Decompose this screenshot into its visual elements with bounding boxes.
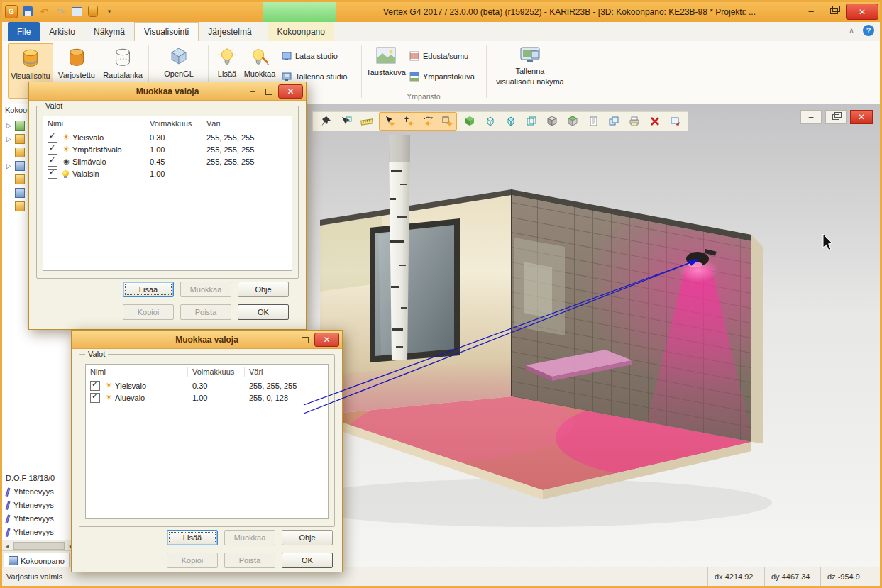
ok-button[interactable]: OK (282, 553, 333, 568)
light-raise-icon[interactable] (399, 113, 418, 130)
background-image-button[interactable]: Taustakuva (365, 43, 407, 99)
thin-cube-icon[interactable] (522, 113, 541, 130)
save-icon[interactable] (21, 5, 34, 18)
save-visualized-view-button[interactable]: Tallenna visualisoitu näkymä (490, 43, 570, 99)
restore-button[interactable] (823, 4, 844, 18)
light-row[interactable]: ✓ ☀ Ympäristövalo 1.00 255, 255, 255 (43, 143, 292, 155)
help-button[interactable]: Ohje (282, 530, 333, 545)
light-row[interactable]: ✓ ☀ Yleisvalo 0.30 255, 255, 255 (86, 379, 328, 392)
checkbox[interactable]: ✓ (48, 133, 57, 143)
help-button[interactable]: Ohje (238, 282, 289, 297)
checkbox[interactable]: ✓ (90, 381, 100, 391)
doc-minimize-button[interactable]: – (800, 110, 822, 124)
light-row[interactable]: ✓ Valaisin 1.00 (43, 167, 292, 179)
panel-tab-kokoonpano[interactable]: Kokoonpano (4, 553, 70, 567)
tab-arkisto[interactable]: Arkisto (40, 22, 84, 41)
dialog-close-button[interactable]: ✕ (314, 333, 339, 347)
add-button[interactable]: Lisää (123, 282, 174, 297)
dialog-titlebar[interactable]: Muokkaa valoja – ✕ (29, 82, 306, 101)
tab-visualisointi[interactable]: Visualisointi (134, 22, 199, 41)
sheet-icon[interactable] (583, 113, 602, 130)
minimize-button[interactable]: – (800, 4, 822, 18)
shaded-cube-icon[interactable] (542, 113, 561, 130)
dialog-maximize-button[interactable] (298, 333, 312, 346)
customize-icon[interactable] (70, 5, 83, 18)
group-label-ymparisto: Ympäristö (363, 92, 485, 101)
expander-icon[interactable]: ▷ (6, 162, 12, 170)
face-cube-icon[interactable] (501, 113, 520, 130)
print-icon[interactable] (624, 113, 644, 130)
tree-item[interactable]: ▷ (6, 120, 25, 131)
tree-item[interactable]: ▷ (6, 133, 25, 145)
select-area-icon[interactable] (336, 113, 355, 130)
constraint-icon: ∥ (4, 486, 11, 497)
close-button[interactable]: ✕ (846, 4, 878, 20)
constraint-item[interactable]: ∥Yhtenevyys (6, 526, 54, 538)
wireframe-cylinder-icon (111, 46, 134, 69)
scroll-left-icon[interactable]: ◂ (2, 543, 12, 550)
pin-icon[interactable] (316, 113, 335, 130)
doc-close-button[interactable]: ✕ (850, 110, 873, 124)
expander-icon[interactable]: ▷ (6, 135, 12, 143)
render-jar-icon[interactable] (87, 5, 99, 18)
add-button[interactable]: Lisää (167, 530, 218, 545)
undo-icon[interactable]: ↶ (38, 5, 50, 18)
measure-icon[interactable] (357, 113, 376, 130)
title-bar[interactable]: G ↶ ↷ ▾ Vertex G4 2017 / 23.0.00 (beta) … (2, 2, 880, 22)
textured-cube-icon[interactable] (563, 113, 582, 130)
scrollbar-thumb[interactable] (13, 542, 65, 550)
delete-button: Poista (224, 553, 275, 568)
lights-table[interactable]: Nimi Voimakkuus Väri ✓ ☀ Yleisvalo 0.30 … (43, 116, 292, 271)
wire-cube-icon[interactable] (480, 113, 500, 130)
light-row[interactable]: ✓ ◉ Silmävalo 0.45 255, 255, 255 (43, 155, 292, 167)
copy-view-icon[interactable] (604, 113, 623, 130)
tree-item[interactable] (6, 147, 25, 158)
tab-file[interactable]: File (8, 22, 40, 41)
light-move-icon[interactable] (380, 113, 399, 130)
tab-nakyma[interactable]: Näkymä (84, 22, 134, 41)
constraint-item[interactable]: ∥Yhtenevyys (6, 512, 54, 525)
edit-button: Muokkaa (180, 282, 231, 297)
ok-button[interactable]: OK (238, 304, 289, 320)
tab-kokoonpano[interactable]: Kokoonpano (268, 22, 334, 41)
horizontal-scrollbar[interactable]: ◂ ▸ (2, 540, 76, 551)
solid-cube-icon[interactable] (460, 113, 479, 130)
dialog-titlebar[interactable]: Muokkaa valoja – ✕ (72, 331, 342, 349)
copy-button: Kopioi (123, 304, 174, 320)
redo-icon[interactable]: ↷ (54, 5, 67, 18)
ribbon-tab-row: File Arkisto Näkymä Visualisointi Järjes… (2, 22, 880, 42)
tree-item[interactable] (6, 174, 25, 185)
light-rotate-icon[interactable] (418, 113, 437, 130)
light-target-icon[interactable] (437, 113, 456, 130)
environment-image-button[interactable]: Ympäristökuva (409, 69, 475, 84)
send-view-icon[interactable] (666, 113, 685, 130)
checkbox[interactable]: ✓ (90, 393, 100, 403)
checkbox[interactable]: ✓ (48, 145, 57, 155)
ribbon-collapse-icon[interactable]: ∧ (849, 26, 854, 35)
right-wall-end-face (751, 235, 763, 443)
constraint-item[interactable]: ∥Yhtenevyys (6, 485, 54, 498)
doc-restore-button[interactable] (825, 110, 847, 124)
app-logo-icon[interactable]: G (5, 5, 18, 18)
tree-item[interactable] (6, 201, 25, 212)
tree-item[interactable] (6, 187, 25, 199)
help-icon[interactable]: ? (863, 25, 874, 36)
restore-icon (832, 114, 839, 120)
dialog-minimize-button[interactable]: – (282, 333, 296, 346)
qat-dropdown-icon[interactable]: ▾ (103, 5, 116, 18)
tab-jarjestelma[interactable]: Järjestelmä (199, 22, 260, 41)
delete-icon[interactable] (645, 113, 664, 130)
constraint-item[interactable]: ∥Yhtenevyys (6, 499, 54, 511)
checkbox[interactable]: ✓ (48, 169, 57, 179)
dialog-maximize-button[interactable] (262, 85, 276, 98)
expander-icon[interactable]: ▷ (6, 122, 12, 129)
checkbox[interactable]: ✓ (48, 157, 57, 167)
foreground-fog-button[interactable]: Edusta/sumu (409, 48, 468, 64)
light-row[interactable]: ✓ ☀ Yleisvalo 0.30 255, 255, 255 (43, 131, 292, 143)
dialog-close-button[interactable]: ✕ (278, 84, 303, 99)
light-row[interactable]: ✓ ☀ Aluevalo 1.00 255, 0, 128 (86, 392, 328, 404)
lights-table[interactable]: Nimi Voimakkuus Väri ✓ ☀ Yleisvalo 0.30 … (85, 364, 329, 519)
load-studio-button[interactable]: Lataa studio (282, 48, 338, 64)
tree-item[interactable]: ▷ (6, 160, 25, 172)
dialog-minimize-button[interactable]: – (246, 85, 260, 98)
